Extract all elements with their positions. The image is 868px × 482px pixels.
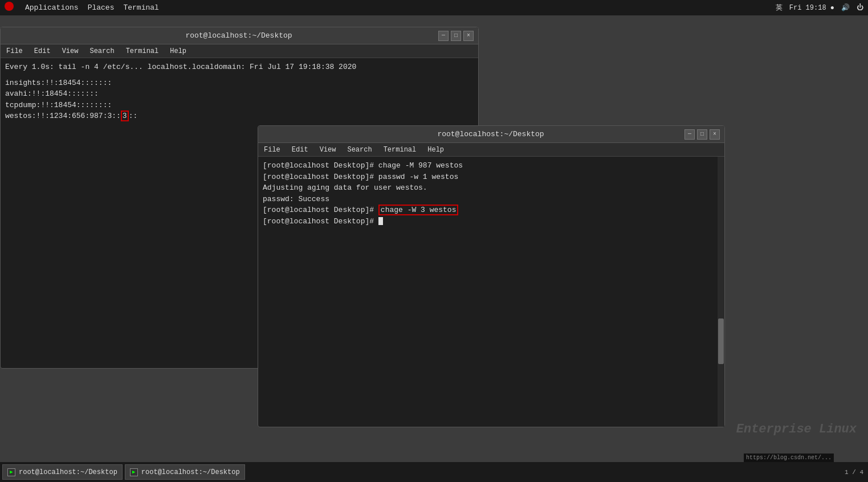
menu-view-1[interactable]: View xyxy=(59,46,82,56)
cmd-line-3: [root@localhost Desktop]# chage -W 3 wes… xyxy=(263,205,715,216)
taskbar-term-icon-2: ▶ xyxy=(130,468,138,476)
westos-highlight: 3 xyxy=(121,111,129,121)
menu-help-1[interactable]: Help xyxy=(166,46,190,56)
places-menu[interactable]: Places xyxy=(88,3,115,12)
maximize-button-1[interactable]: □ xyxy=(451,31,461,41)
cmd-line-4: [root@localhost Desktop]# xyxy=(263,216,715,227)
terminal-cursor xyxy=(378,217,383,225)
terminal-2-title: root@localhost:~/Desktop xyxy=(297,130,684,138)
menu-view-2[interactable]: View xyxy=(316,145,340,155)
taskbar-label-2: root@localhost:~/Desktop xyxy=(141,468,240,476)
system-bar: Applications Places Terminal 英 Fri 19:18… xyxy=(0,0,868,15)
menu-terminal-2[interactable]: Terminal xyxy=(380,145,420,155)
taskbar-term-icon-1: ▶ xyxy=(7,468,15,476)
red-hat-logo xyxy=(5,2,16,14)
applications-menu[interactable]: Applications xyxy=(25,3,79,12)
menu-search-2[interactable]: Search xyxy=(344,145,375,155)
power-icon[interactable]: ⏻ xyxy=(857,3,863,12)
title-bar-controls-2: ─ □ × xyxy=(684,129,720,140)
menu-search-1[interactable]: Search xyxy=(86,46,117,56)
system-bar-right: 英 Fri 19:18 ● 🔊 ⏻ xyxy=(776,3,863,13)
maximize-button-2[interactable]: □ xyxy=(697,129,707,140)
volume-icon[interactable]: 🔊 xyxy=(841,3,850,12)
taskbar-label-1: root@localhost:~/Desktop xyxy=(19,468,117,476)
output-line-4: westos:!!:1234:656:987:3::3:: xyxy=(5,111,474,122)
url-hint: https://blog.csdn.net/... xyxy=(744,454,834,462)
terminal-menu[interactable]: Terminal xyxy=(123,3,158,12)
system-bar-left: Applications Places Terminal xyxy=(5,2,159,14)
output-success: passwd: Success xyxy=(263,194,715,205)
output-adjusting: Adjusting aging data for user westos. xyxy=(263,182,715,194)
title-bar-controls-1: ─ □ × xyxy=(438,31,474,41)
output-line-3: tcpdump:!!:18454:::::::: xyxy=(5,100,474,111)
terminal-1-title: root@localhost:~/Desktop xyxy=(39,31,438,40)
scrollbar-2[interactable] xyxy=(718,157,724,427)
close-button-2[interactable]: × xyxy=(710,129,720,140)
menu-file-1[interactable]: File xyxy=(3,46,26,56)
menu-file-2[interactable]: File xyxy=(260,145,284,155)
menu-bar-2: File Edit View Search Terminal Help xyxy=(258,143,724,157)
status-line: Every 1.0s: tail -n 4 /etc/s... localhos… xyxy=(5,62,474,73)
menu-edit-2[interactable]: Edit xyxy=(288,145,312,155)
output-line-2: avahi:!!:18454::::::: xyxy=(5,88,474,100)
taskbar: ▶ root@localhost:~/Desktop ▶ root@localh… xyxy=(0,462,868,482)
menu-bar-1: File Edit View Search Terminal Help xyxy=(1,44,478,58)
language-indicator: 英 xyxy=(776,3,783,13)
title-bar-2: root@localhost:~/Desktop ─ □ × xyxy=(258,126,724,143)
output-line-1: insights:!!:18454::::::: xyxy=(5,77,474,89)
minimize-button-1[interactable]: ─ xyxy=(438,31,449,41)
menu-edit-1[interactable]: Edit xyxy=(31,46,54,56)
cmd-line-2: [root@localhost Desktop]# passwd -w 1 we… xyxy=(263,171,715,183)
taskbar-item-1[interactable]: ▶ root@localhost:~/Desktop xyxy=(2,464,123,480)
terminal-window-2: root@localhost:~/Desktop ─ □ × File Edit… xyxy=(258,125,725,427)
terminal-2-content[interactable]: [root@localhost Desktop]# chage -M 987 w… xyxy=(258,157,724,427)
chage-command-highlight: chage -W 3 westos xyxy=(378,205,459,215)
scrollbar-thumb-2[interactable] xyxy=(718,318,724,364)
desktop: root@localhost:~/Desktop ─ □ × File Edit… xyxy=(0,15,868,462)
cmd-line-1: [root@localhost Desktop]# chage -M 987 w… xyxy=(263,160,715,171)
minimize-button-2[interactable]: ─ xyxy=(684,129,695,140)
page-indicator: 1 / 4 xyxy=(842,469,866,476)
close-button-1[interactable]: × xyxy=(463,31,474,41)
menu-terminal-1[interactable]: Terminal xyxy=(123,46,162,56)
clock: Fri 19:18 ● xyxy=(789,4,834,12)
menu-help-2[interactable]: Help xyxy=(424,145,447,155)
enterprise-linux-watermark: Enterprise Linux xyxy=(736,422,857,436)
title-bar-1: root@localhost:~/Desktop ─ □ × xyxy=(1,27,478,44)
taskbar-item-2[interactable]: ▶ root@localhost:~/Desktop xyxy=(125,464,245,480)
